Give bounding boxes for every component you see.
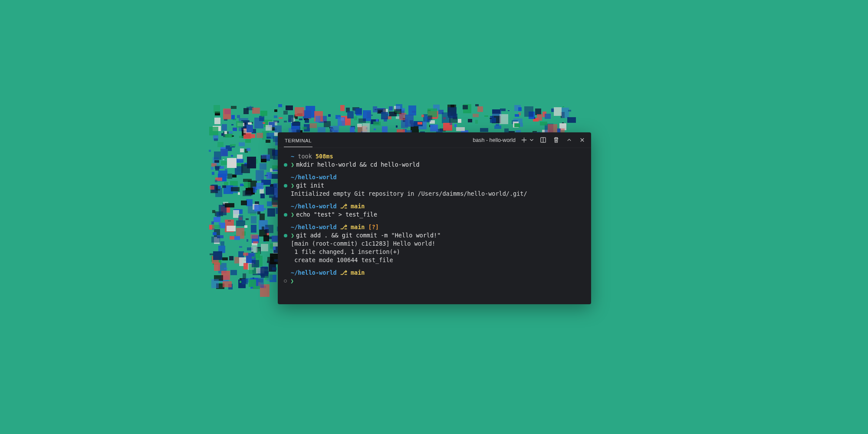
git-branch: main [351,224,365,230]
cwd-path: ~/hello-world [291,203,337,210]
terminal-tab[interactable]: TERMINAL [284,133,312,147]
command-text: echo "test" > test_file [296,210,377,219]
prompt-line: ~/hello-world ⎇ main [284,202,585,210]
command-line: ❯echo "test" > test_file [284,210,585,219]
prompt-line: ~/hello-world ⎇ main [?] [284,223,585,231]
prompt-bullet-icon [284,279,287,283]
command-text: git init [296,181,324,190]
prompt-caret-icon: ❯ [291,231,294,240]
cwd-path: ~/hello-world [291,269,337,276]
git-status: [?] [368,224,379,230]
prompt-bullet-icon [284,184,287,187]
command-line: ❯git init [284,181,585,190]
cwd-path: ~ [291,153,294,160]
kill-terminal-button[interactable] [551,135,561,145]
output-line: 1 file changed, 1 insertion(+) [284,248,585,256]
prompt-caret-icon: ❯ [291,181,294,190]
prompt-caret-icon: ❯ [291,161,294,169]
git-branch-icon: ⎇ [340,269,347,276]
command-line: ❯mkdir hello-world && cd hello-world [284,161,585,169]
maximize-panel-button[interactable] [564,135,574,145]
shell-label[interactable]: bash - hello-world [470,137,516,143]
command-line: ❯ [284,277,585,285]
git-branch: main [351,203,365,210]
git-branch-icon: ⎇ [340,224,347,230]
shell-name: bash - hello-world [473,137,516,143]
git-branch: main [351,269,365,276]
split-terminal-button[interactable] [538,135,548,145]
prompt-bullet-icon [284,213,287,217]
prompt-caret-icon: ❯ [291,210,294,219]
command-text: git add . && git commit -m "Hello world!… [296,231,441,240]
git-branch-icon: ⎇ [340,203,347,210]
output-line: [main (root-commit) c1c1283] Hello world… [284,240,585,248]
prompt-line: ~ took 508ms [284,152,585,161]
output-line: create mode 100644 test_file [284,256,585,264]
elapsed-time: 508ms [316,153,333,160]
command-text: mkdir hello-world && cd hello-world [296,161,419,169]
prompt-line: ~/hello-world ⎇ main [284,269,585,277]
prompt-bullet-icon [284,234,287,237]
terminal-dropdown-button[interactable] [529,135,535,145]
terminal-output[interactable]: ~ took 508ms❯mkdir hello-world && cd hel… [278,148,591,291]
terminal-tab-bar: TERMINAL bash - hello-world [278,132,591,148]
cwd-path: ~/hello-world [291,174,337,181]
output-line: Initialized empty Git repository in /Use… [284,190,585,198]
prompt-bullet-icon [284,163,287,167]
took-label: took [298,153,312,160]
command-line: ❯git add . && git commit -m "Hello world… [284,231,585,240]
new-terminal-button[interactable] [519,135,529,145]
prompt-caret-icon: ❯ [290,277,294,285]
cwd-path: ~/hello-world [291,224,337,230]
prompt-line: ~/hello-world [284,173,585,181]
close-panel-button[interactable] [577,135,587,145]
terminal-panel: TERMINAL bash - hello-world ~ took 508ms… [278,132,591,304]
